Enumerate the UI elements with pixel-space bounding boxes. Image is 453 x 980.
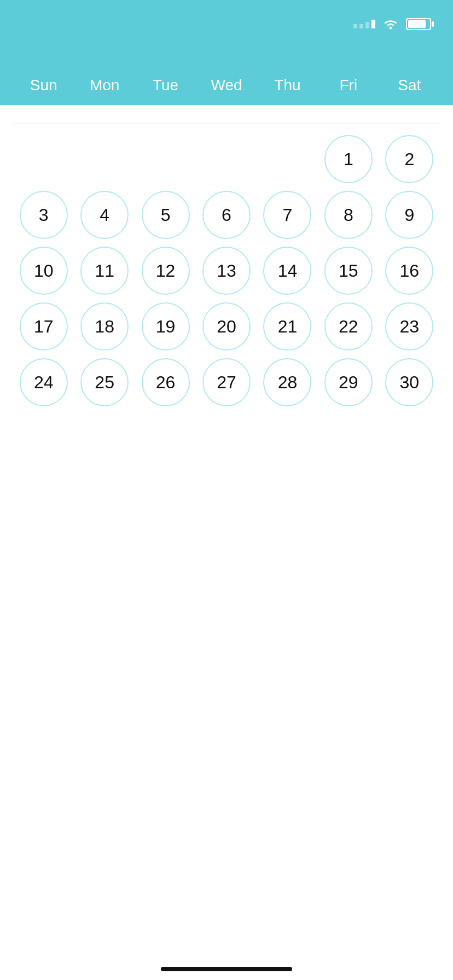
day-number[interactable]: 23	[385, 302, 433, 351]
day-number[interactable]: 27	[202, 358, 251, 406]
day-number[interactable]: 8	[324, 191, 373, 239]
day-cell: 23	[379, 302, 440, 351]
home-indicator	[161, 967, 292, 971]
day-cell: 16	[379, 247, 440, 295]
day-number[interactable]: 10	[20, 247, 68, 295]
calendar-header	[0, 48, 453, 72]
svg-point-0	[390, 27, 392, 30]
empty-cell	[196, 135, 257, 183]
day-number[interactable]: 18	[80, 302, 129, 351]
day-cell: 21	[257, 302, 318, 351]
day-cell: 2	[379, 135, 440, 183]
day-number[interactable]: 14	[263, 247, 311, 295]
day-header-tue: Tue	[135, 77, 196, 94]
day-cell: 1	[318, 135, 379, 183]
day-number[interactable]: 22	[324, 302, 373, 351]
day-number[interactable]: 13	[202, 247, 251, 295]
empty-cell	[74, 135, 135, 183]
wifi-icon	[382, 18, 399, 31]
day-number[interactable]: 25	[80, 358, 129, 406]
day-number[interactable]: 2	[385, 135, 433, 183]
day-number[interactable]: 4	[80, 191, 129, 239]
day-cell: 4	[74, 191, 135, 239]
empty-cell	[135, 135, 196, 183]
battery-icon	[406, 18, 431, 30]
day-number[interactable]: 17	[20, 302, 68, 351]
day-cell: 7	[257, 191, 318, 239]
day-number[interactable]: 12	[142, 247, 190, 295]
day-cell: 5	[135, 191, 196, 239]
day-number[interactable]: 20	[202, 302, 251, 351]
day-cell: 20	[196, 302, 257, 351]
day-header-mon: Mon	[74, 77, 135, 94]
month-divider	[13, 124, 440, 124]
day-cell: 11	[74, 247, 135, 295]
day-number[interactable]: 15	[324, 247, 373, 295]
day-cell: 13	[196, 247, 257, 295]
status-bar	[0, 0, 453, 48]
day-number[interactable]: 24	[20, 358, 68, 406]
day-number[interactable]: 19	[142, 302, 190, 351]
day-header-thu: Thu	[257, 77, 318, 94]
calendar-grid: 1234567891011121314151617181920212223242…	[13, 135, 440, 406]
empty-cell	[13, 135, 74, 183]
day-number[interactable]: 29	[324, 358, 373, 406]
day-cell: 10	[13, 247, 74, 295]
close-button[interactable]	[22, 47, 48, 73]
day-number[interactable]: 26	[142, 358, 190, 406]
day-cell: 26	[135, 358, 196, 406]
day-cell: 12	[135, 247, 196, 295]
empty-cell	[257, 135, 318, 183]
day-number[interactable]: 6	[202, 191, 251, 239]
day-cell: 14	[257, 247, 318, 295]
day-number[interactable]: 21	[263, 302, 311, 351]
day-cell: 3	[13, 191, 74, 239]
day-cell: 17	[13, 302, 74, 351]
day-cell: 24	[13, 358, 74, 406]
day-cell: 6	[196, 191, 257, 239]
day-number[interactable]: 9	[385, 191, 433, 239]
day-number[interactable]: 30	[385, 358, 433, 406]
day-cell: 9	[379, 191, 440, 239]
day-headers: Sun Mon Tue Wed Thu Fri Sat	[0, 72, 453, 105]
day-number[interactable]: 5	[142, 191, 190, 239]
day-number[interactable]: 16	[385, 247, 433, 295]
day-header-sun: Sun	[13, 77, 74, 94]
calendar-body: 1234567891011121314151617181920212223242…	[0, 105, 453, 428]
day-cell: 8	[318, 191, 379, 239]
day-cell: 15	[318, 247, 379, 295]
day-cell: 18	[74, 302, 135, 351]
day-number[interactable]: 3	[20, 191, 68, 239]
day-number[interactable]: 1	[324, 135, 373, 183]
day-cell: 22	[318, 302, 379, 351]
day-number[interactable]: 11	[80, 247, 129, 295]
day-header-wed: Wed	[196, 77, 257, 94]
day-cell: 28	[257, 358, 318, 406]
day-cell: 19	[135, 302, 196, 351]
day-header-sat: Sat	[379, 77, 440, 94]
day-number[interactable]: 28	[263, 358, 311, 406]
day-number[interactable]: 7	[263, 191, 311, 239]
day-cell: 29	[318, 358, 379, 406]
day-cell: 27	[196, 358, 257, 406]
signal-icon	[353, 20, 375, 28]
status-icons	[353, 18, 431, 31]
day-cell: 25	[74, 358, 135, 406]
day-header-fri: Fri	[318, 77, 379, 94]
day-cell: 30	[379, 358, 440, 406]
